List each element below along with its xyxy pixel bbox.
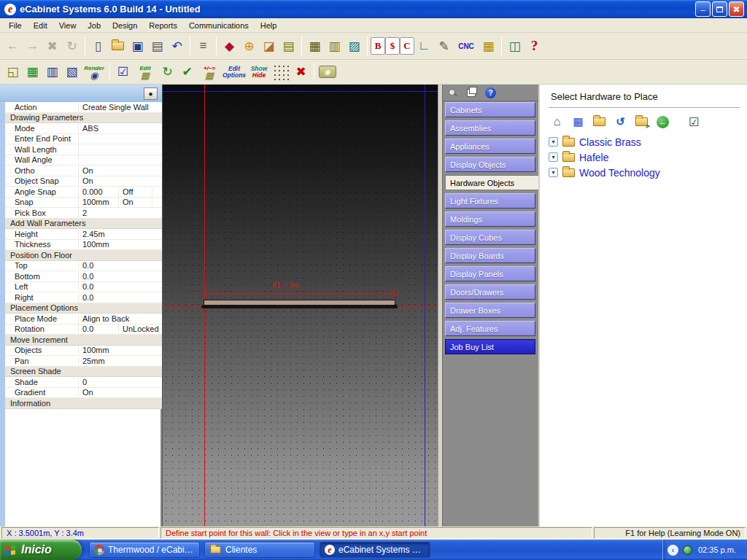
- render-button[interactable]: Render ◉: [82, 62, 107, 82]
- cabinet-icon[interactable]: ▦: [305, 36, 325, 56]
- taskbar-task-thermwood[interactable]: Thermwood / eCabin...: [89, 542, 200, 558]
- cutlist-document-icon[interactable]: C: [400, 37, 414, 55]
- door-styles-icon[interactable]: ▤: [279, 36, 298, 56]
- place-confirm-icon[interactable]: ✔: [177, 62, 197, 82]
- category-tab-display-objects[interactable]: Display Objects: [445, 157, 535, 172]
- taskbar-task-ecabinet[interactable]: e eCabinet Systems 6....: [320, 542, 430, 558]
- menu-view[interactable]: View: [53, 20, 82, 31]
- forward-icon[interactable]: →: [23, 36, 42, 56]
- edit-options-button[interactable]: Edit Options: [222, 62, 247, 82]
- property-value-2[interactable]: Off: [119, 187, 152, 196]
- flooring-icon[interactable]: ▨: [344, 36, 364, 56]
- tree-item-wood-technology[interactable]: ▾ Wood Technology: [549, 165, 660, 180]
- category-tab-appliances[interactable]: Appliances: [445, 139, 535, 154]
- taskbar-task-clientes[interactable]: Clientes: [204, 542, 315, 558]
- cabinet-group-icon[interactable]: ▥: [325, 36, 344, 56]
- new-folder-icon[interactable]: [592, 115, 606, 128]
- refresh-icon[interactable]: ↺: [614, 115, 627, 128]
- clamp-icon[interactable]: ◆: [220, 36, 239, 56]
- home-icon[interactable]: ⌂: [550, 115, 564, 128]
- tree-item-hafele[interactable]: ▾ Hafele: [549, 149, 660, 165]
- animation-icon[interactable]: ◫: [505, 36, 525, 56]
- panel-divider[interactable]: [438, 85, 443, 526]
- nesting-layout-icon[interactable]: ▦: [479, 36, 498, 56]
- back-icon[interactable]: ←: [3, 36, 23, 56]
- cancel-icon[interactable]: ✖: [42, 36, 62, 56]
- property-value[interactable]: 0: [79, 378, 162, 386]
- property-value-2[interactable]: On: [119, 198, 152, 206]
- menu-design[interactable]: Design: [107, 20, 143, 31]
- property-value[interactable]: Create Single Wall: [79, 103, 162, 112]
- property-value-2[interactable]: UnLocked: [119, 324, 152, 333]
- export-folder-icon[interactable]: ➤: [635, 115, 649, 128]
- tree-item-label[interactable]: Classic Brass: [579, 136, 641, 148]
- property-value[interactable]: 100mm: [79, 346, 162, 354]
- pricing-document-icon[interactable]: $: [385, 37, 400, 55]
- property-value[interactable]: 2.45m: [79, 230, 162, 238]
- category-tab-moldings[interactable]: Moldings: [445, 211, 535, 227]
- menu-help[interactable]: Help: [255, 20, 283, 31]
- property-value[interactable]: On: [79, 176, 162, 185]
- category-tab-light-fixtures[interactable]: Light Fixtures: [445, 193, 535, 209]
- open-file-icon[interactable]: [108, 36, 128, 56]
- browse-grid-icon[interactable]: ▦: [571, 115, 585, 128]
- cabinet-view-icon[interactable]: ▧: [62, 62, 82, 82]
- hinge-point-icon[interactable]: ⊕: [239, 36, 259, 56]
- bid-document-icon[interactable]: B: [371, 37, 385, 55]
- expand-toggle-icon[interactable]: ▾: [549, 168, 558, 177]
- menu-communications[interactable]: Communications: [183, 20, 255, 31]
- report-icon[interactable]: ✎: [434, 36, 454, 56]
- property-value[interactable]: On: [79, 166, 162, 175]
- property-value[interactable]: Align to Back: [79, 314, 162, 323]
- expand-toggle-icon[interactable]: ▾: [549, 137, 558, 147]
- category-tab-cabinets[interactable]: Cabinets: [445, 102, 535, 117]
- category-tab-job-buy-list[interactable]: Job Buy List: [445, 339, 535, 354]
- display-options-icon[interactable]: ☑: [113, 62, 133, 82]
- cnc-icon[interactable]: CNC: [454, 36, 479, 56]
- property-value[interactable]: 0.0: [79, 272, 162, 281]
- room-3d-icon[interactable]: ◱: [3, 62, 23, 82]
- title-bar[interactable]: e eCabinet Systems 6.0 Build 14 - Untitl…: [0, 0, 747, 18]
- multi-select-icon[interactable]: ☑: [687, 115, 701, 128]
- category-tab-display-cubes[interactable]: Display Cubes: [445, 230, 535, 245]
- panel-help-icon[interactable]: ?: [485, 88, 496, 98]
- category-tab-assemblies[interactable]: Assemblies: [445, 120, 535, 136]
- show-hide-button[interactable]: Show Hide: [247, 62, 271, 82]
- measure-tools-icon[interactable]: ∟: [414, 36, 434, 56]
- start-button[interactable]: Inicio: [0, 540, 82, 560]
- edit-cabinet-button[interactable]: Edit ▦: [133, 62, 158, 82]
- property-value[interactable]: 0.0: [79, 293, 162, 302]
- category-tab-adj-features[interactable]: Adj. Features: [445, 321, 535, 336]
- category-tab-hardware-objects[interactable]: Hardware Objects: [445, 175, 538, 190]
- tree-item-label[interactable]: Hafele: [579, 152, 608, 163]
- category-tab-display-panels[interactable]: Display Panels: [445, 266, 535, 281]
- new-file-icon[interactable]: ▯: [88, 36, 108, 56]
- tree-item-label[interactable]: Wood Technology: [579, 167, 660, 179]
- menu-edit[interactable]: Edit: [28, 20, 53, 31]
- tray-collapse-icon[interactable]: ‹: [667, 545, 678, 556]
- molding-icon[interactable]: ◪: [259, 36, 279, 56]
- save-icon[interactable]: ▣: [128, 36, 147, 56]
- expand-toggle-icon[interactable]: ▾: [549, 152, 558, 162]
- tree-item-classic-brass[interactable]: ▾ Classic Brass: [549, 134, 660, 149]
- grid-snap-icon[interactable]: [271, 62, 291, 82]
- menu-job[interactable]: Job: [82, 20, 107, 31]
- pushpin-icon[interactable]: [448, 88, 457, 98]
- tray-app-icon[interactable]: [683, 545, 692, 555]
- category-tab-drawer-boxes[interactable]: Drawer Boxes: [445, 303, 535, 318]
- undo-icon[interactable]: ↶: [167, 36, 187, 56]
- floor-plan-icon[interactable]: ▦: [23, 62, 42, 82]
- help-icon[interactable]: ?: [525, 36, 544, 56]
- category-tab-display-boards[interactable]: Display Boards: [445, 248, 535, 263]
- delete-icon[interactable]: ✖: [291, 62, 311, 82]
- property-value[interactable]: 0.0: [79, 282, 162, 291]
- redo-icon[interactable]: ↻: [62, 36, 82, 56]
- print-icon[interactable]: ▤: [147, 36, 167, 56]
- property-value[interactable]: 0.000: [79, 187, 119, 196]
- property-value[interactable]: 100mm: [79, 240, 162, 249]
- replace-rotate-icon[interactable]: ↻: [158, 62, 177, 82]
- property-value[interactable]: 0.0: [79, 261, 162, 270]
- panel-pin-button[interactable]: ●: [144, 88, 158, 100]
- elevation-view-icon[interactable]: ▥: [42, 62, 62, 82]
- property-value[interactable]: On: [79, 388, 162, 397]
